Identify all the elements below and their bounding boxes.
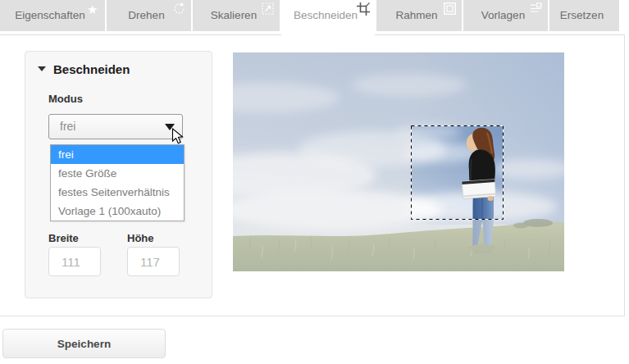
tab-bar: Eigenschaften ★ Drehen Skalieren Be — [0, 0, 629, 36]
dropdown-option-feste-groesse[interactable]: feste Größe — [51, 164, 184, 183]
dropdown-option-festes-seitenverhaeltnis[interactable]: festes Seitenverhältnis — [51, 183, 184, 202]
width-label: Breite — [48, 232, 79, 244]
tab-skalieren[interactable]: Skalieren — [193, 0, 280, 31]
dropdown-option-vorlage-1[interactable]: Vorlage 1 (100xauto) — [51, 202, 184, 221]
tab-eigenschaften[interactable]: Eigenschaften ★ — [0, 0, 105, 31]
rotate-icon — [173, 2, 185, 15]
image-editor: Eigenschaften ★ Drehen Skalieren Be — [0, 0, 629, 364]
panel-title: Beschneiden — [53, 62, 130, 76]
chevron-down-icon — [165, 124, 175, 130]
tab-label: Ersetzen — [549, 0, 619, 31]
photo-preview — [233, 52, 564, 271]
height-label: Höhe — [127, 232, 154, 244]
tab-ersetzen[interactable]: Ersetzen — [549, 0, 619, 31]
templates-icon — [530, 2, 542, 15]
star-icon: ★ — [87, 2, 99, 15]
frame-icon — [444, 2, 456, 15]
mode-label: Modus — [48, 93, 83, 105]
tab-vorlagen[interactable]: Vorlagen — [463, 0, 548, 31]
tab-drehen[interactable]: Drehen — [107, 0, 191, 31]
save-button[interactable]: Speichern — [2, 329, 166, 358]
scale-icon — [262, 2, 274, 15]
width-input[interactable] — [48, 247, 101, 276]
mode-dropdown-list: frei feste Größe festes Seitenverhältnis… — [50, 144, 185, 221]
tab-rahmen[interactable]: Rahmen — [376, 0, 462, 31]
crop-selection[interactable] — [411, 125, 503, 219]
tab-beschneiden[interactable]: Beschneiden — [281, 0, 375, 36]
collapse-caret-icon — [38, 66, 46, 71]
mode-select[interactable]: frei — [48, 114, 183, 139]
dropdown-option-frei[interactable]: frei — [51, 145, 184, 164]
mode-select-value: frei — [60, 115, 75, 139]
panel-header[interactable]: Beschneiden — [38, 61, 130, 77]
crop-icon — [357, 2, 369, 15]
height-input[interactable] — [127, 247, 180, 276]
